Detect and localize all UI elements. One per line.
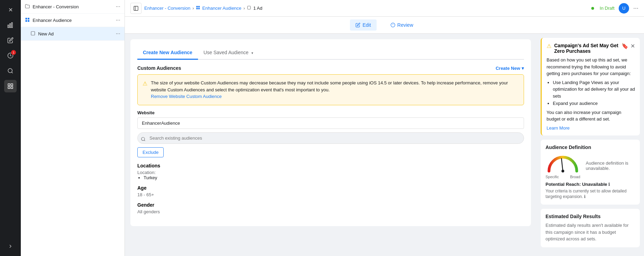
nav-item-enhancer-audience[interactable]: Enhancer Audience ··· bbox=[21, 14, 124, 27]
age-title: Age bbox=[137, 185, 524, 191]
svg-rect-10 bbox=[26, 18, 27, 19]
close-icon[interactable]: ✕ bbox=[4, 3, 17, 16]
sidebar-search-icon[interactable] bbox=[4, 65, 17, 77]
create-new-button[interactable]: Create New ▾ bbox=[496, 66, 524, 71]
svg-rect-0 bbox=[8, 25, 9, 28]
sidebar-edit-icon[interactable] bbox=[4, 34, 17, 47]
panel-toggle-button[interactable] bbox=[130, 3, 141, 14]
audience-definition-card: Audience Definition bbox=[541, 140, 640, 205]
svg-rect-12 bbox=[26, 20, 27, 22]
tab-create-new[interactable]: Create New Audience bbox=[137, 46, 198, 60]
location-turkey: Turkey bbox=[144, 175, 524, 180]
svg-rect-18 bbox=[198, 6, 200, 8]
svg-rect-17 bbox=[197, 6, 198, 8]
learn-more-link[interactable]: Learn More bbox=[547, 125, 569, 131]
svg-rect-19 bbox=[197, 8, 198, 9]
avatar: U bbox=[619, 3, 629, 14]
svg-line-25 bbox=[561, 158, 563, 171]
nav-label-enhancer-conversion: Enhancer - Conversion bbox=[33, 4, 116, 9]
alert-bullet-1: Use Landing Page Views as your optimizat… bbox=[553, 79, 635, 100]
gauge-container: Specific Broad Audience definition is un… bbox=[546, 153, 635, 179]
location-text-label: Location: bbox=[137, 170, 156, 175]
svg-line-5 bbox=[11, 72, 12, 73]
gauge-svg bbox=[546, 153, 580, 174]
nav-menu-dots[interactable]: ··· bbox=[116, 3, 120, 10]
breadcrumb-audience[interactable]: Enhancer Audience bbox=[202, 6, 241, 11]
alert-close-button[interactable]: ✕ bbox=[630, 43, 635, 49]
estimated-daily-text: Estimated daily results aren't available… bbox=[546, 222, 635, 242]
warning-box: ⚠ The size of your website Custom Audien… bbox=[137, 74, 524, 105]
gender-section: Gender All genders bbox=[137, 202, 524, 214]
folder-icon bbox=[25, 4, 30, 10]
targeting-info-icon[interactable]: ℹ bbox=[584, 194, 586, 199]
form-panel: Create New Audience Use Saved Audience ▾… bbox=[125, 34, 536, 256]
warning-message: The size of your website Custom Audience… bbox=[151, 80, 508, 92]
gender-value: All genders bbox=[137, 209, 524, 214]
targeting-note: Your criteria is currently set to allow … bbox=[546, 188, 635, 200]
svg-rect-14 bbox=[31, 31, 35, 35]
nav-new-ad-menu-dots[interactable]: ··· bbox=[116, 31, 120, 37]
targeting-note-text: Your criteria is currently set to allow … bbox=[546, 189, 627, 199]
breadcrumb-conversion[interactable]: Enhancer - Conversion bbox=[144, 6, 190, 11]
nav-audience-menu-dots[interactable]: ··· bbox=[116, 17, 120, 23]
svg-rect-7 bbox=[11, 84, 13, 85]
create-new-label: Create New bbox=[496, 66, 520, 71]
age-section: Age 18 - 65+ bbox=[137, 185, 524, 197]
content-row: Create New Audience Use Saved Audience ▾… bbox=[125, 34, 644, 256]
action-bar: Edit Review bbox=[125, 17, 644, 34]
nav-tree: Enhancer - Conversion ··· Enhancer Audie… bbox=[21, 0, 125, 256]
potential-reach-label: Potential Reach: bbox=[546, 182, 581, 187]
gauge-labels: Specific Broad bbox=[546, 175, 580, 179]
locations-section: Locations Location: Turkey bbox=[137, 163, 524, 180]
breadcrumb-ad-icon bbox=[247, 6, 251, 11]
alert-body-text-1: Based on how you set up this ad set, we … bbox=[547, 57, 635, 77]
alert-bookmark-button[interactable]: 🔖 bbox=[621, 43, 628, 49]
gender-title: Gender bbox=[137, 202, 524, 208]
audience-card: Create New Audience Use Saved Audience ▾… bbox=[130, 39, 531, 226]
tab-use-saved[interactable]: Use Saved Audience ▾ bbox=[198, 46, 259, 60]
svg-point-26 bbox=[561, 170, 564, 172]
tab-use-saved-label: Use Saved Audience bbox=[204, 50, 249, 55]
svg-rect-6 bbox=[8, 84, 10, 85]
edit-button[interactable]: Edit bbox=[350, 19, 376, 31]
alert-card: ⚠ Campaign's Ad Set May Get Zero Purchas… bbox=[541, 38, 640, 135]
alert-body-text-2: You can also increase your campaign budg… bbox=[547, 109, 635, 123]
svg-rect-8 bbox=[8, 87, 10, 89]
sidebar-icons: ✕ 1 bbox=[0, 0, 21, 256]
svg-rect-2 bbox=[11, 23, 12, 27]
review-button[interactable]: Review bbox=[385, 19, 419, 31]
new-ad-icon bbox=[31, 31, 35, 37]
history-badge: 1 bbox=[11, 50, 16, 55]
warning-triangle-icon: ⚠ bbox=[143, 80, 147, 100]
potential-reach-value: Unavailable bbox=[582, 182, 607, 187]
potential-reach: Potential Reach: Unavailable ℹ bbox=[546, 182, 635, 187]
nav-item-new-ad[interactable]: New Ad ··· bbox=[21, 27, 124, 41]
status-dot bbox=[591, 7, 594, 10]
alert-actions: 🔖 ✕ bbox=[621, 43, 635, 49]
sidebar-chart-icon[interactable] bbox=[4, 19, 17, 31]
warning-text-body: The size of your website Custom Audience… bbox=[151, 80, 519, 100]
more-options-button[interactable]: ··· bbox=[633, 5, 638, 12]
sidebar-grid-icon[interactable] bbox=[4, 80, 17, 92]
review-label: Review bbox=[397, 22, 413, 28]
breadcrumb-sep-1: › bbox=[192, 6, 194, 11]
gauge-broad-label: Broad bbox=[570, 175, 580, 179]
svg-rect-20 bbox=[198, 8, 200, 9]
breadcrumb-ad: 1 Ad bbox=[253, 6, 262, 11]
svg-rect-9 bbox=[11, 87, 13, 89]
search-audiences-input[interactable] bbox=[137, 132, 524, 144]
breadcrumb-audience-icon bbox=[196, 6, 200, 11]
audience-grid-icon bbox=[25, 17, 30, 23]
potential-reach-info-icon[interactable]: ℹ bbox=[608, 182, 610, 187]
sidebar-history-icon[interactable]: 1 bbox=[4, 49, 17, 62]
collapse-arrow[interactable] bbox=[4, 240, 17, 253]
tab-create-new-label: Create New Audience bbox=[143, 50, 192, 55]
audience-def-title: Audience Definition bbox=[546, 144, 635, 150]
nav-item-enhancer-conversion[interactable]: Enhancer - Conversion ··· bbox=[21, 0, 124, 14]
estimated-daily-card: Estimated Daily Results Estimated daily … bbox=[541, 209, 640, 247]
website-input[interactable] bbox=[137, 117, 524, 129]
age-value: 18 - 65+ bbox=[137, 192, 524, 197]
top-bar: Enhancer - Conversion › Enhancer Audienc… bbox=[125, 0, 644, 17]
remove-audience-link[interactable]: Remove Website Custom Audience bbox=[151, 94, 222, 99]
exclude-button[interactable]: Exclude bbox=[137, 147, 164, 157]
